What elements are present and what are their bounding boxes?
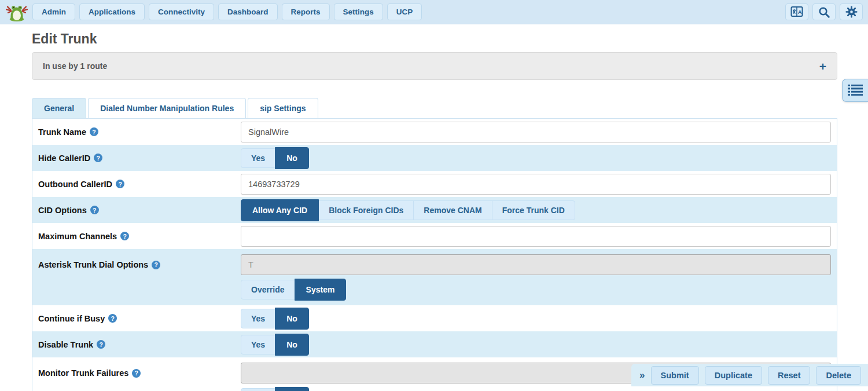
submit-button[interactable]: Submit (651, 366, 699, 385)
outbound-callerid-input[interactable] (241, 174, 831, 195)
duplicate-button[interactable]: Duplicate (705, 366, 762, 385)
dial-options-input (241, 254, 831, 275)
help-icon[interactable]: ? (120, 232, 129, 240)
field-label: Asterisk Trunk Dial Options ? (32, 260, 241, 269)
cid-option-force-trunk-cid-button[interactable]: Force Trunk CID (492, 200, 575, 220)
dial-options-system-button[interactable]: System (295, 279, 347, 301)
nav-item-reports[interactable]: Reports (282, 3, 330, 20)
cid-options-toggle: Allow Any CID Block Foreign CIDs Remove … (241, 200, 575, 220)
field-control (241, 122, 837, 142)
trunk-tabs: General Dialed Number Manipulation Rules… (32, 98, 837, 118)
monitor-trunk-failures-toggle: Yes No (241, 388, 309, 391)
search-button[interactable] (812, 3, 836, 20)
list-icon (848, 84, 863, 97)
dial-options-toggle: Override System (241, 280, 346, 299)
cid-option-allow-any-cid-button[interactable]: Allow Any CID (241, 199, 319, 221)
field-label: Monitor Trunk Failures ? (32, 368, 241, 378)
tab-dialed-number-manipulation-rules[interactable]: Dialed Number Manipulation Rules (88, 98, 246, 118)
nav-item-settings[interactable]: Settings (334, 3, 383, 20)
help-icon[interactable]: ? (90, 206, 99, 214)
form-row-trunk-name: Trunk Name ? (32, 119, 837, 145)
field-control: Allow Any CID Block Foreign CIDs Remove … (241, 200, 837, 220)
form-row-continue-if-busy: Continue if Busy ? Yes No (32, 305, 837, 331)
form-row-disable-trunk: Disable Trunk ? Yes No (32, 331, 837, 357)
field-control: Override System (241, 254, 837, 299)
cid-options-label: CID Options (38, 206, 87, 215)
dial-options-override-button[interactable]: Override (241, 280, 295, 299)
delete-button[interactable]: Delete (816, 366, 861, 385)
expand-icon[interactable]: + (819, 60, 826, 72)
outbound-callerid-label: Outbound CallerID (38, 180, 112, 189)
continue-if-busy-yes-button[interactable]: Yes (241, 309, 275, 328)
disable-trunk-label: Disable Trunk (38, 340, 93, 349)
gear-icon (845, 5, 858, 19)
help-icon[interactable]: ? (152, 261, 160, 269)
disable-trunk-yes-button[interactable]: Yes (241, 335, 275, 355)
settings-button[interactable] (840, 3, 863, 20)
cid-option-remove-cnam-button[interactable]: Remove CNAM (413, 200, 492, 220)
svg-text:A: A (798, 9, 802, 15)
help-icon[interactable]: ? (90, 127, 98, 136)
hide-callerid-yes-button[interactable]: Yes (241, 148, 275, 168)
field-label: Maximum Channels ? (32, 232, 241, 241)
form-row-cid-options: CID Options ? Allow Any CID Block Foreig… (32, 197, 837, 223)
general-tab-panel: Trunk Name ? Hide CallerID ? Yes No (32, 118, 837, 391)
frog-icon (6, 3, 28, 21)
form-row-outbound-callerid: Outbound CallerID ? (32, 171, 837, 197)
help-icon[interactable]: ? (94, 154, 102, 162)
maximum-channels-input[interactable] (241, 226, 831, 247)
nav-item-applications[interactable]: Applications (79, 3, 145, 20)
monitor-trunk-failures-label: Monitor Trunk Failures (38, 368, 128, 378)
help-icon[interactable]: ? (132, 369, 141, 378)
field-label: CID Options ? (32, 206, 241, 215)
help-icon[interactable]: ? (116, 180, 124, 188)
action-bar: » Submit Duplicate Reset Delete (631, 364, 868, 386)
field-control: Yes No (241, 309, 837, 328)
reset-button[interactable]: Reset (768, 366, 811, 385)
nav-item-ucp[interactable]: UCP (387, 3, 422, 20)
hide-callerid-label: Hide CallerID (38, 154, 90, 163)
tab-general[interactable]: General (32, 98, 86, 118)
cid-option-block-foreign-cids-button[interactable]: Block Foreign CIDs (318, 200, 414, 220)
hide-callerid-no-button[interactable]: No (275, 147, 309, 169)
field-label: Outbound CallerID ? (32, 180, 241, 189)
collapse-actions-icon[interactable]: » (639, 370, 645, 381)
dial-options-label: Asterisk Trunk Dial Options (38, 260, 148, 269)
nav-item-admin[interactable]: Admin (32, 3, 75, 20)
field-control: Yes No (241, 148, 837, 168)
usage-panel-label: In use by 1 route (43, 61, 107, 71)
monitor-trunk-failures-yes-button[interactable]: Yes (241, 388, 275, 391)
field-label: Continue if Busy ? (32, 314, 241, 323)
disable-trunk-toggle: Yes No (241, 335, 309, 355)
field-label: Trunk Name ? (32, 127, 241, 137)
trunk-name-input[interactable] (241, 122, 831, 142)
nav-item-dashboard[interactable]: Dashboard (218, 3, 278, 20)
trunk-list-button[interactable] (842, 79, 868, 102)
field-label: Hide CallerID ? (32, 154, 241, 163)
form-row-dial-options: Asterisk Trunk Dial Options ? Override S… (32, 249, 837, 305)
help-icon[interactable]: ? (97, 340, 105, 349)
page-title: Edit Trunk (32, 31, 837, 47)
monitor-trunk-failures-no-button[interactable]: No (275, 387, 309, 391)
maximum-channels-label: Maximum Channels (38, 232, 117, 241)
continue-if-busy-toggle: Yes No (241, 309, 309, 328)
language-icon: A (790, 6, 804, 19)
continue-if-busy-no-button[interactable]: No (275, 308, 309, 330)
form-row-maximum-channels: Maximum Channels ? (32, 223, 837, 249)
field-control: Yes No (241, 335, 837, 355)
search-icon (818, 6, 830, 19)
top-navbar: Admin Applications Connectivity Dashboar… (0, 0, 868, 24)
disable-trunk-no-button[interactable]: No (275, 334, 309, 356)
help-icon[interactable]: ? (108, 314, 117, 323)
language-button[interactable]: A (785, 3, 808, 20)
field-control (241, 174, 837, 195)
page-content: Edit Trunk In use by 1 route + General D… (0, 31, 868, 391)
nav-item-connectivity[interactable]: Connectivity (149, 3, 214, 20)
field-label: Disable Trunk ? (32, 340, 241, 349)
form-row-hide-callerid: Hide CallerID ? Yes No (32, 145, 837, 171)
hide-callerid-toggle: Yes No (241, 148, 309, 168)
tab-sip-settings[interactable]: sip Settings (248, 98, 318, 118)
usage-panel[interactable]: In use by 1 route + (32, 52, 837, 80)
trunk-name-label: Trunk Name (38, 127, 86, 137)
freepbx-logo[interactable] (5, 2, 28, 22)
